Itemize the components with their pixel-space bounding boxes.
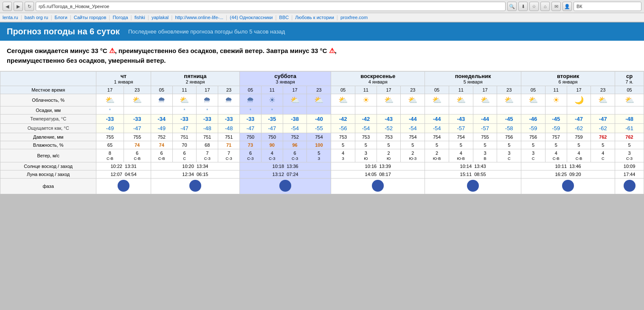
day-sun: воскресенье 4 января	[331, 71, 425, 86]
home-icon[interactable]: ⌂	[540, 2, 550, 11]
cloud-14: ⛅	[401, 94, 425, 106]
pres-17: 755	[473, 133, 497, 141]
hum-21: 5	[567, 141, 591, 149]
pres-2: 755	[124, 133, 151, 141]
cloud-9: ⛅	[283, 94, 307, 106]
bookmark-bbc[interactable]: BBC	[279, 15, 289, 20]
precip-11	[331, 106, 355, 114]
cloud-18: ⛅	[497, 94, 521, 106]
wind-1: 8С-В	[96, 149, 124, 162]
bookmark-cities[interactable]: Сайты городов	[74, 15, 107, 20]
pres-3: 752	[151, 133, 172, 141]
feels-6: -48	[218, 123, 240, 133]
moon-icon-3	[279, 180, 291, 192]
bookmark-yaplakal[interactable]: yaplakal	[152, 15, 169, 20]
moonrise-4: 14:05 08:17	[331, 170, 425, 178]
download-icon[interactable]: ⬇	[518, 2, 528, 11]
pres-6: 751	[218, 133, 240, 141]
pres-23: 762	[615, 133, 644, 141]
precip-6	[218, 106, 240, 114]
pres-7: 750	[240, 133, 262, 141]
temp-12: -42	[355, 114, 377, 123]
moon-icon-2	[189, 180, 201, 192]
bookmark-history[interactable]: Любовь к истории	[295, 15, 334, 20]
time-11-6: 11	[545, 86, 567, 94]
search-icon[interactable]: 🔍	[507, 2, 517, 11]
day-header-row: чт 1 января пятница 2 января суббота 3 я…	[0, 71, 644, 86]
feels-5: -48	[197, 123, 218, 133]
sunrise-1: 10:22 13:31	[96, 162, 151, 170]
precip-8: *	[261, 106, 283, 114]
wind-20: 4С-В	[545, 149, 567, 162]
bookmark-online[interactable]: http://www.online-life-...	[175, 15, 223, 20]
precipitation-label: Осадки, мм	[0, 106, 96, 114]
wind-14: 2Ю-З	[401, 149, 425, 162]
sunrise-7: 10:09	[615, 162, 644, 170]
sunrise-2: 10:20 13:34	[151, 162, 239, 170]
time-05-2: 05	[151, 86, 172, 94]
precip-19	[521, 106, 546, 114]
address-bar[interactable]: rp5.ru/Погода_в_Новом_Уренгое	[36, 2, 506, 11]
precip-15	[425, 106, 449, 114]
bookmark-blogs[interactable]: Блоги	[55, 15, 67, 20]
time-11-3: 11	[261, 86, 283, 94]
moon-icon-1	[118, 180, 129, 192]
temp-17: -44	[473, 114, 497, 123]
sunrise-3: 10:18 13:36	[240, 162, 331, 170]
feels-like-row: Ощущается как, °С -49 -47 -49 -47 -48 -4…	[0, 123, 644, 133]
pres-19: 756	[521, 133, 546, 141]
precip-23	[615, 106, 644, 114]
refresh-button[interactable]: ↻	[25, 2, 34, 11]
bookmark-lenta[interactable]: lenta.ru	[3, 15, 18, 20]
wind-11: 4З	[331, 149, 355, 162]
wind-19: 3С	[521, 149, 546, 162]
precip-3	[151, 106, 172, 114]
feels-10: -55	[307, 123, 331, 133]
bookmark-proxy[interactable]: proxfree.com	[340, 15, 368, 20]
wind-23: 3С-З	[615, 149, 644, 162]
warning-icon-2: ⚠	[329, 47, 335, 54]
wind-6: 7С-З	[218, 149, 240, 162]
feels-like-label: Ощущается как, °С	[0, 123, 96, 133]
feels-23: -61	[615, 123, 644, 133]
hum-17: 5	[473, 141, 497, 149]
profile-icon[interactable]: 👤	[562, 2, 572, 11]
search-engine-label: ВК	[577, 4, 582, 9]
forward-button[interactable]: ▶	[14, 2, 23, 11]
cloud-16: ⛅	[449, 94, 473, 106]
temp-20: -45	[545, 114, 567, 123]
bookmark-bash[interactable]: bash org ru	[25, 15, 48, 20]
day-mon: понедельник 5 января	[425, 71, 521, 86]
temperature-label: Температура, °С	[0, 114, 96, 123]
search-bar[interactable]: ВК	[574, 2, 641, 11]
precip-21	[567, 106, 591, 114]
moon-phase-row: фаза	[0, 178, 644, 194]
hum-22: 5	[591, 141, 615, 149]
day-sat: суббота 3 января	[240, 71, 331, 86]
star-icon[interactable]: ☆	[529, 2, 539, 11]
bookmark-fishki[interactable]: fishki	[135, 15, 145, 20]
back-button[interactable]: ◀	[3, 2, 12, 11]
day-wed: ср 7 я.	[615, 71, 644, 86]
temp-3: -34	[151, 114, 172, 123]
feels-3: -49	[151, 123, 172, 133]
temp-2: -33	[124, 114, 151, 123]
mail-icon[interactable]: ✉	[551, 2, 561, 11]
time-23-2: 23	[218, 86, 240, 94]
cloud-10: ⛅	[307, 94, 331, 106]
bookmark-weather[interactable]: Погода	[112, 15, 128, 20]
hum-9: 96	[283, 141, 307, 149]
moonrise-6: 16:25 09:20	[521, 170, 615, 178]
moonrise-label: Луна восход / заход	[0, 170, 96, 178]
hum-16: 5	[449, 141, 473, 149]
temp-7: -33	[240, 114, 262, 123]
day-fri: пятница 2 января	[151, 71, 239, 86]
pres-8: 750	[261, 133, 283, 141]
pres-18: 756	[497, 133, 521, 141]
bookmark-ok[interactable]: (44) Одноклассники	[230, 15, 273, 20]
precip-16	[449, 106, 473, 114]
time-05-5: 05	[425, 86, 449, 94]
humidity-row: Влажность, % 65 74 74 70 68 71 73 90 96 …	[0, 141, 644, 149]
wind-16: 4Ю-В	[449, 149, 473, 162]
time-11-5: 11	[449, 86, 473, 94]
